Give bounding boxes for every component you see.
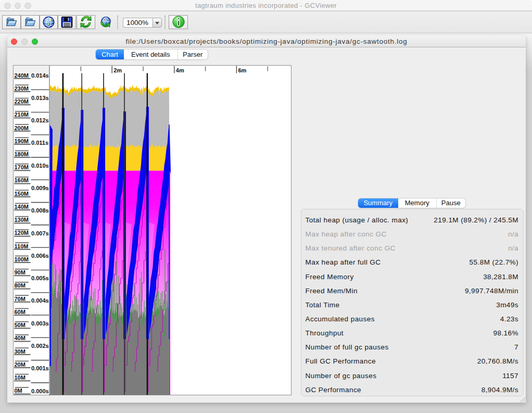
- svg-text:0.007s: 0.007s: [31, 230, 49, 236]
- svg-text:4m: 4m: [176, 67, 184, 73]
- svg-text:0.013s: 0.013s: [31, 95, 49, 101]
- svg-text:0.001s: 0.001s: [31, 365, 49, 371]
- svg-text:210M: 210M: [15, 111, 29, 118]
- svg-text:230M: 230M: [15, 85, 29, 92]
- svg-text:150M: 150M: [15, 191, 29, 197]
- svg-text:10M: 10M: [15, 374, 26, 381]
- svg-text:30M: 30M: [15, 348, 26, 355]
- svg-text:0.003s: 0.003s: [31, 320, 49, 327]
- svg-text:100M: 100M: [15, 256, 29, 262]
- svg-text:120M: 120M: [15, 230, 29, 236]
- svg-text:240M: 240M: [15, 72, 29, 79]
- svg-text:190M: 190M: [15, 138, 29, 144]
- svg-text:0.010s: 0.010s: [31, 162, 49, 169]
- svg-text:60M: 60M: [15, 309, 26, 315]
- svg-text:170M: 170M: [15, 164, 29, 170]
- svg-text:90M: 90M: [15, 269, 26, 276]
- svg-text:70M: 70M: [15, 296, 26, 302]
- svg-text:220M: 220M: [15, 98, 29, 105]
- svg-text:0.004s: 0.004s: [31, 297, 49, 304]
- svg-text:180M: 180M: [15, 151, 29, 157]
- svg-text:0.006s: 0.006s: [31, 253, 49, 259]
- svg-text:80M: 80M: [15, 282, 26, 289]
- svg-text:0.005s: 0.005s: [31, 275, 49, 281]
- svg-text:0.011s: 0.011s: [31, 140, 48, 146]
- svg-text:50M: 50M: [15, 322, 26, 328]
- svg-text:2m: 2m: [113, 67, 122, 73]
- svg-text:0M: 0M: [15, 387, 22, 394]
- svg-text:0.008s: 0.008s: [31, 207, 49, 214]
- svg-text:0.000s: 0.000s: [31, 388, 49, 394]
- svg-text:0.009s: 0.009s: [31, 185, 49, 191]
- svg-text:40M: 40M: [15, 335, 26, 341]
- svg-text:20M: 20M: [15, 361, 26, 368]
- svg-text:200M: 200M: [15, 125, 29, 131]
- svg-text:130M: 130M: [15, 217, 29, 223]
- svg-text:0.014s: 0.014s: [31, 72, 49, 79]
- svg-text:110M: 110M: [15, 243, 29, 249]
- svg-text:140M: 140M: [15, 204, 29, 210]
- svg-text:0.012s: 0.012s: [31, 117, 49, 123]
- svg-text:160M: 160M: [15, 177, 29, 183]
- svg-text:6m: 6m: [238, 67, 246, 73]
- svg-text:0.002s: 0.002s: [31, 343, 49, 349]
